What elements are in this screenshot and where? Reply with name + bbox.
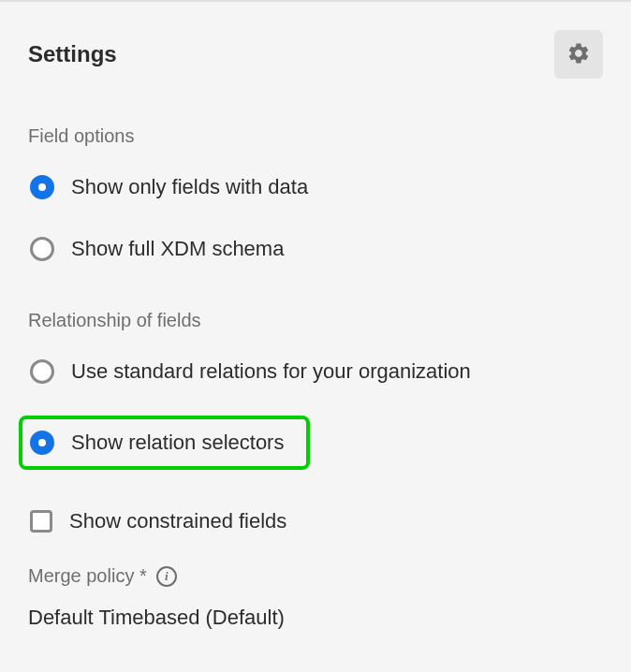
merge-policy-row: Merge policy * i	[28, 565, 603, 587]
radio-label: Show full XDM schema	[71, 237, 284, 261]
radio-label: Use standard relations for your organiza…	[71, 359, 471, 384]
checkbox-label: Show constrained fields	[69, 509, 286, 533]
radio-label: Show relation selectors	[71, 431, 284, 455]
radio-icon	[30, 175, 54, 199]
field-options-label: Field options	[28, 125, 603, 147]
radio-show-relation-selectors[interactable]: Show relation selectors	[19, 416, 310, 470]
radio-icon	[30, 237, 54, 261]
gear-icon	[566, 41, 591, 68]
checkbox-show-constrained-fields[interactable]: Show constrained fields	[28, 504, 603, 539]
settings-panel: Settings Field options Show only fields …	[0, 2, 631, 658]
page-title: Settings	[28, 41, 117, 67]
checkbox-icon	[30, 510, 52, 533]
merge-policy-value[interactable]: Default Timebased (Default)	[28, 606, 603, 630]
radio-show-only-fields-with-data[interactable]: Show only fields with data	[28, 169, 603, 205]
relationship-label: Relationship of fields	[28, 310, 603, 331]
radio-icon	[30, 431, 54, 455]
radio-show-full-xdm-schema[interactable]: Show full XDM schema	[28, 231, 603, 267]
panel-header: Settings	[28, 30, 603, 79]
radio-icon	[30, 359, 54, 384]
info-icon[interactable]: i	[156, 566, 177, 587]
radio-use-standard-relations[interactable]: Use standard relations for your organiza…	[28, 354, 603, 389]
merge-policy-label: Merge policy *	[28, 565, 147, 587]
settings-gear-button[interactable]	[554, 30, 603, 79]
radio-label: Show only fields with data	[71, 175, 308, 199]
